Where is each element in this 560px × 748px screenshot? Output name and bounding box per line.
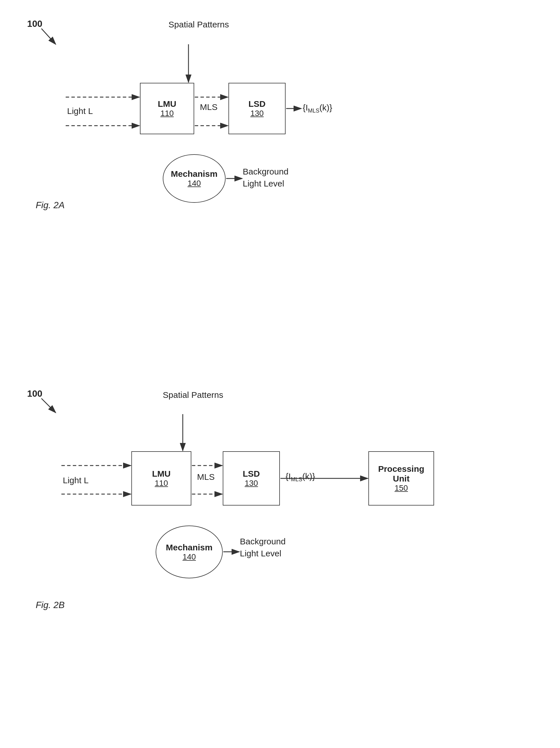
fig2a-light-label: Light L (67, 106, 93, 116)
svg-line-2 (41, 28, 56, 44)
fig2a-output-label: {IMLS(k)} (303, 103, 332, 114)
fig2b-mechanism-ellipse: Mechanism 140 (156, 525, 223, 578)
fig2b-mechanism-label: Mechanism (166, 543, 212, 552)
fig2a-lsd-box: LSD 130 (229, 83, 285, 134)
fig2b-mechanism-num: 140 (183, 552, 196, 561)
fig2b-processing-label2: Unit (393, 474, 410, 484)
fig2a-bg-light: Background Light Level (243, 166, 288, 190)
diagram-container: 100 Spatial Patterns Light L LMU 110 MLS… (0, 0, 560, 748)
fig2a-lmu-box: LMU 110 (140, 83, 194, 134)
fig2b-output-label: {IMLS(k)} (285, 471, 315, 483)
fig2a-mechanism-ellipse: Mechanism 140 (163, 154, 226, 203)
fig2b-light-label: Light L (63, 475, 89, 485)
fig2b-lsd-num: 130 (245, 479, 258, 488)
fig2b-mls-label: MLS (197, 472, 215, 482)
fig2a-lsd-num: 130 (251, 109, 264, 118)
fig2b-spatial-patterns: Spatial Patterns (163, 390, 223, 400)
fig2b-bg-light: Background Light Level (240, 536, 285, 560)
fig2b-processing-box: Processing Unit 150 (368, 451, 434, 506)
fig2b-processing-label: Processing (378, 464, 424, 474)
fig2a-mls-label: MLS (200, 102, 217, 112)
fig2a-lmu-label: LMU (158, 99, 177, 109)
fig2a-mechanism-num: 140 (188, 179, 201, 188)
fig2b-lmu-box: LMU 110 (131, 451, 191, 506)
fig2a-spatial-patterns: Spatial Patterns (168, 19, 229, 30)
svg-line-10 (41, 398, 56, 413)
fig2b-lsd-label: LSD (243, 469, 260, 479)
fig2a-lmu-num: 110 (161, 109, 174, 118)
fig2b-ref: 100 (27, 389, 42, 399)
fig2b-lsd-box: LSD 130 (223, 451, 280, 506)
fig2a-label: Fig. 2A (36, 200, 65, 210)
fig2a-lsd-label: LSD (249, 99, 265, 109)
fig2b-label: Fig. 2B (36, 600, 65, 610)
fig2b-lmu-num: 110 (155, 479, 168, 488)
fig2a-mechanism-label: Mechanism (171, 169, 217, 179)
fig2b-processing-num: 150 (395, 484, 408, 493)
fig2b-lmu-label: LMU (152, 469, 171, 479)
fig2a-ref: 100 (27, 19, 42, 29)
